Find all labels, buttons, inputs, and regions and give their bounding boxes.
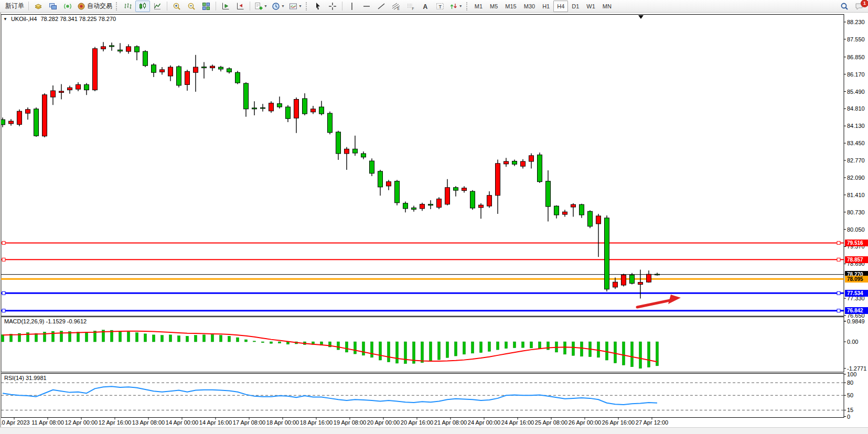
template-icon <box>289 2 297 10</box>
dropdown-caret-icon[interactable]: ▼ <box>298 4 302 8</box>
grid-button[interactable]: F <box>403 1 418 12</box>
macd-histogram-bar <box>547 342 550 350</box>
chart-canvas[interactable]: 88.23087.55086.85086.17085.49084.81084.1… <box>0 13 868 427</box>
timeframe-w1-button[interactable]: W1 <box>583 1 599 12</box>
candle-bullish <box>613 282 618 287</box>
date-label: 20 Apr 00:00 <box>367 419 400 426</box>
period-button[interactable]: ▼ <box>270 1 287 12</box>
macd-histogram-bar <box>488 342 491 351</box>
candles-icon <box>138 2 147 10</box>
text-button[interactable]: A <box>418 1 433 12</box>
toolbar-separator <box>216 2 216 10</box>
price-tag-support-2: 76.842 <box>845 307 868 314</box>
timeframe-m15-button[interactable]: M15 <box>501 1 520 12</box>
resistance-line-1-handle[interactable] <box>837 241 840 244</box>
template-button[interactable]: ▼ <box>287 1 304 12</box>
timeframe-d1-button[interactable]: D1 <box>568 1 583 12</box>
terminal-windows-button[interactable] <box>46 1 60 12</box>
arrow-annotation[interactable] <box>637 300 672 307</box>
zoomin-icon <box>173 2 181 10</box>
timeframe-mn-button[interactable]: MN <box>599 1 615 12</box>
resistance-line-1-handle[interactable] <box>2 241 5 244</box>
zoom-in-button[interactable] <box>169 1 184 12</box>
date-label: 11 Apr 08:00 <box>31 419 64 426</box>
chart-shift-button[interactable] <box>218 1 233 12</box>
vertical-line-button[interactable] <box>345 1 359 12</box>
arrow-annotation-head[interactable] <box>668 295 681 304</box>
resistance-line-2-handle[interactable] <box>2 258 5 261</box>
support-line-2-handle[interactable] <box>837 309 840 312</box>
line-chart-button[interactable] <box>150 1 165 12</box>
symbol-timeframe-label: UKOil-,H4 <box>11 16 37 22</box>
tline-icon <box>377 2 385 10</box>
zoom-out-button[interactable] <box>184 1 199 12</box>
dropdown-caret-icon[interactable]: ▼ <box>264 4 267 8</box>
price-tag-pivot: 78.095 <box>845 276 868 283</box>
macd-histogram-bar <box>169 335 172 342</box>
gridf-icon: F <box>406 2 415 10</box>
support-line-2-handle[interactable] <box>2 309 5 312</box>
candle-bearish <box>286 107 291 118</box>
shapes-button[interactable]: ▼ <box>447 1 465 12</box>
macd-histogram-bar <box>270 342 273 343</box>
resistance-line-2-handle[interactable] <box>837 258 840 261</box>
symbol-dropdown-icon[interactable]: ▼ <box>3 17 7 21</box>
candle-bullish <box>42 95 47 136</box>
timeframe-m1-button[interactable]: M1 <box>471 1 486 12</box>
main-chart-border <box>1 15 844 317</box>
candle-bullish <box>93 49 98 90</box>
toolbar-separator <box>342 2 342 10</box>
date-label: 12 Apr 16:00 <box>99 419 131 426</box>
chat-button[interactable]: 1 <box>852 1 866 12</box>
price-tag-resistance-1: 79.516 <box>845 240 868 246</box>
charts-stack-button[interactable] <box>31 1 46 12</box>
crosshair-icon <box>328 2 337 10</box>
crosshair-button[interactable] <box>325 1 340 12</box>
candle-bullish <box>479 205 484 208</box>
trendline-button[interactable] <box>374 1 389 12</box>
toolbar-drag-handle[interactable] <box>116 2 119 10</box>
macd-histogram-bar <box>237 338 239 342</box>
macd-histogram-bar <box>572 342 575 355</box>
macd-histogram-bar <box>379 342 382 360</box>
dropdown-caret-icon[interactable]: ▼ <box>281 4 285 8</box>
candle-bullish <box>101 47 106 49</box>
price-tick-label: 87.550 <box>847 36 865 42</box>
macd-histogram-bar <box>480 342 483 353</box>
macd-histogram-bar <box>35 333 38 342</box>
timeframe-m5-button[interactable]: M5 <box>486 1 501 12</box>
rsi-axis-label: 15 <box>847 407 853 413</box>
candle-chart-button[interactable] <box>135 1 150 12</box>
signals-button[interactable] <box>60 1 75 12</box>
search-button[interactable] <box>837 1 852 12</box>
toolbar-drag-handle[interactable] <box>306 2 309 10</box>
auto-trading-button[interactable]: 自动交易 <box>75 1 114 12</box>
text-label-button[interactable]: T <box>433 1 447 12</box>
dropdown-caret-icon[interactable]: ▼ <box>459 4 463 8</box>
candle-bullish <box>496 164 500 196</box>
support-line-1-handle[interactable] <box>837 291 840 295</box>
timeframe-h4-button[interactable]: H4 <box>553 1 568 12</box>
candle-bullish <box>160 70 165 72</box>
chart-shift-marker-icon[interactable] <box>638 15 644 19</box>
candle-bearish <box>412 208 416 209</box>
macd-histogram-bar <box>262 342 264 343</box>
candle-bearish <box>630 275 635 284</box>
svg-text:A: A <box>423 3 427 10</box>
add-indicator-button[interactable]: ▼ <box>252 1 270 12</box>
support-line-1-handle[interactable] <box>2 291 5 295</box>
candle-bearish <box>361 154 366 157</box>
auto-scroll-button[interactable] <box>233 1 248 12</box>
bar-chart-button[interactable] <box>121 1 135 12</box>
tile-windows-button[interactable] <box>199 1 213 12</box>
timeframe-h1-button[interactable]: H1 <box>539 1 553 12</box>
macd-histogram-bar <box>421 342 424 363</box>
timeframe-m30-button[interactable]: M30 <box>520 1 539 12</box>
toolbar-drag-handle[interactable] <box>466 2 469 10</box>
cursor-button[interactable] <box>310 1 325 12</box>
date-label: 14 Apr 00:00 <box>166 419 198 426</box>
fibonacci-button[interactable]: E <box>389 1 403 12</box>
macd-histogram-bar <box>228 336 231 342</box>
horizontal-line-button[interactable] <box>359 1 374 12</box>
new-order-button[interactable]: 新订单 <box>2 1 26 12</box>
